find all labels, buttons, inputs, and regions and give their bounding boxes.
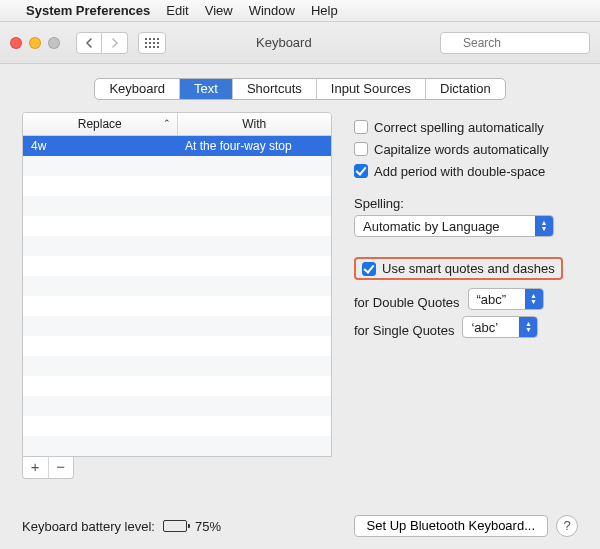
nav-group bbox=[76, 32, 128, 54]
capitalize-label: Capitalize words automatically bbox=[374, 142, 549, 157]
replacements-panel: Replace⌃ With 4w At the four-way stop + … bbox=[22, 112, 332, 504]
forward-button[interactable] bbox=[102, 32, 128, 54]
svg-rect-6 bbox=[153, 42, 155, 44]
double-quotes-label: for Double Quotes bbox=[354, 295, 460, 310]
sort-indicator-icon: ⌃ bbox=[163, 118, 171, 128]
add-period-checkbox[interactable] bbox=[354, 164, 368, 178]
tab-text[interactable]: Text bbox=[180, 79, 233, 99]
capitalize-checkbox[interactable] bbox=[354, 142, 368, 156]
spelling-label: Spelling: bbox=[354, 196, 578, 211]
back-button[interactable] bbox=[76, 32, 102, 54]
battery-label: Keyboard battery level: bbox=[22, 519, 155, 534]
setup-bluetooth-button[interactable]: Set Up Bluetooth Keyboard... bbox=[354, 515, 548, 537]
remove-button[interactable]: − bbox=[49, 457, 74, 478]
smart-quotes-highlight: Use smart quotes and dashes bbox=[354, 257, 563, 280]
svg-rect-7 bbox=[157, 42, 159, 44]
table-add-remove: + − bbox=[22, 457, 74, 479]
window-toolbar: Keyboard bbox=[0, 22, 600, 64]
tab-dictation[interactable]: Dictation bbox=[426, 79, 505, 99]
cell-replace[interactable]: 4w bbox=[23, 136, 177, 156]
stepper-arrows-icon: ▲▼ bbox=[535, 216, 553, 236]
svg-rect-3 bbox=[157, 38, 159, 40]
correct-spelling-checkbox[interactable] bbox=[354, 120, 368, 134]
menu-bar: System Preferences Edit View Window Help bbox=[0, 0, 600, 22]
smart-quotes-label: Use smart quotes and dashes bbox=[382, 261, 555, 276]
spelling-select[interactable]: Automatic by Language ▲▼ bbox=[354, 215, 554, 237]
tab-bar: Keyboard Text Shortcuts Input Sources Di… bbox=[94, 78, 505, 100]
tab-shortcuts[interactable]: Shortcuts bbox=[233, 79, 317, 99]
zoom-window-button bbox=[48, 37, 60, 49]
table-row[interactable]: 4w At the four-way stop bbox=[23, 136, 331, 156]
menu-window[interactable]: Window bbox=[249, 3, 295, 18]
show-all-button[interactable] bbox=[138, 32, 166, 54]
column-replace[interactable]: Replace⌃ bbox=[23, 113, 178, 135]
tab-keyboard[interactable]: Keyboard bbox=[95, 79, 180, 99]
svg-rect-11 bbox=[157, 46, 159, 48]
single-quotes-select[interactable]: ‘abc’ ▲▼ bbox=[462, 316, 538, 338]
svg-rect-2 bbox=[153, 38, 155, 40]
chevron-right-icon bbox=[111, 38, 119, 48]
correct-spelling-label: Correct spelling automatically bbox=[374, 120, 544, 135]
tab-input-sources[interactable]: Input Sources bbox=[317, 79, 426, 99]
single-quotes-label: for Single Quotes bbox=[354, 323, 454, 338]
svg-rect-4 bbox=[145, 42, 147, 44]
search-field-wrap bbox=[440, 32, 590, 54]
smart-quotes-checkbox[interactable] bbox=[362, 262, 376, 276]
spelling-value: Automatic by Language bbox=[363, 219, 500, 234]
svg-rect-9 bbox=[149, 46, 151, 48]
single-quotes-value: ‘abc’ bbox=[471, 320, 498, 335]
chevron-left-icon bbox=[85, 38, 93, 48]
window-title: Keyboard bbox=[256, 35, 312, 50]
menu-view[interactable]: View bbox=[205, 3, 233, 18]
table-body[interactable]: 4w At the four-way stop bbox=[23, 136, 331, 456]
svg-rect-0 bbox=[145, 38, 147, 40]
battery-percent: 75% bbox=[195, 519, 221, 534]
svg-rect-5 bbox=[149, 42, 151, 44]
cell-with[interactable]: At the four-way stop bbox=[177, 136, 331, 156]
options-panel: Correct spelling automatically Capitaliz… bbox=[354, 112, 578, 504]
svg-rect-8 bbox=[145, 46, 147, 48]
double-quotes-value: “abc” bbox=[477, 292, 507, 307]
content-area: Keyboard Text Shortcuts Input Sources Di… bbox=[0, 64, 600, 549]
close-window-button[interactable] bbox=[10, 37, 22, 49]
svg-rect-10 bbox=[153, 46, 155, 48]
menu-edit[interactable]: Edit bbox=[166, 3, 188, 18]
menu-app[interactable]: System Preferences bbox=[26, 3, 150, 18]
double-quotes-select[interactable]: “abc” ▲▼ bbox=[468, 288, 544, 310]
menu-help[interactable]: Help bbox=[311, 3, 338, 18]
table-header: Replace⌃ With bbox=[23, 113, 331, 136]
footer: Keyboard battery level: 75% Set Up Bluet… bbox=[22, 504, 578, 549]
grid-icon bbox=[145, 38, 159, 48]
svg-rect-1 bbox=[149, 38, 151, 40]
help-button[interactable]: ? bbox=[556, 515, 578, 537]
add-period-label: Add period with double-space bbox=[374, 164, 545, 179]
add-button[interactable]: + bbox=[23, 457, 49, 478]
window-controls bbox=[10, 37, 60, 49]
minimize-window-button[interactable] bbox=[29, 37, 41, 49]
battery-icon bbox=[163, 520, 187, 532]
column-with[interactable]: With bbox=[178, 113, 332, 135]
stepper-arrows-icon: ▲▼ bbox=[525, 289, 543, 309]
search-input[interactable] bbox=[440, 32, 590, 54]
stepper-arrows-icon: ▲▼ bbox=[519, 317, 537, 337]
replacements-table: Replace⌃ With 4w At the four-way stop bbox=[22, 112, 332, 457]
